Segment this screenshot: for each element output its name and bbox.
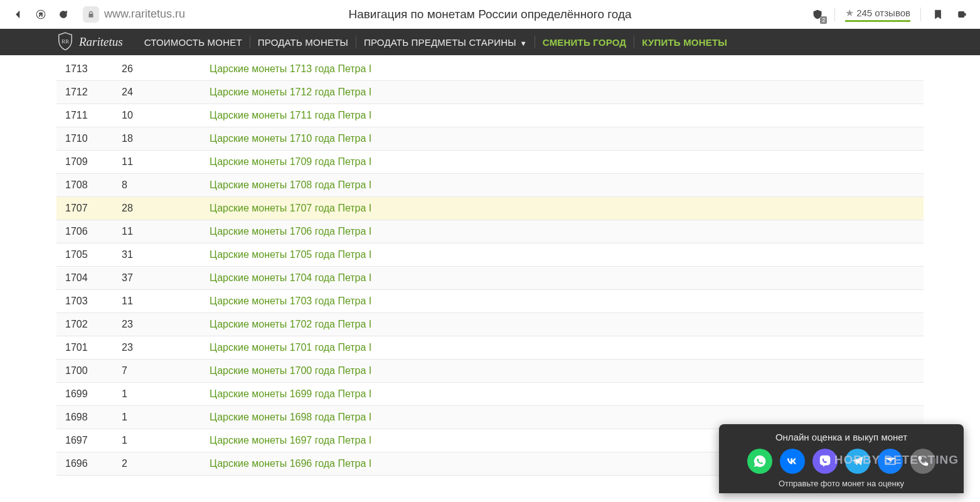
table-row: 170311Царские монеты 1703 года Петра I bbox=[56, 290, 924, 313]
coin-year-link[interactable]: Царские монеты 1702 года Петра I bbox=[210, 319, 371, 329]
reload-icon[interactable] bbox=[56, 8, 70, 21]
year-cell: 1708 bbox=[56, 179, 122, 191]
link-cell: Царские монеты 1710 года Петра I bbox=[210, 133, 924, 144]
count-cell: 24 bbox=[122, 87, 210, 98]
count-cell: 2 bbox=[122, 458, 210, 469]
phone-icon[interactable] bbox=[910, 449, 935, 474]
nav-item[interactable]: ПРОДАТЬ ПРЕДМЕТЫ СТАРИНЫ▼ bbox=[356, 37, 535, 48]
count-cell: 1 bbox=[122, 412, 210, 423]
floating-contact-panel: Онлайн оценка и выкуп монет Отправьте фо… bbox=[719, 424, 964, 476]
nav-item[interactable]: СТОИМОСТЬ МОНЕТ bbox=[137, 37, 250, 48]
chevron-down-icon: ▼ bbox=[520, 40, 527, 47]
table-row: 171224Царские монеты 1712 года Петра I bbox=[56, 81, 924, 104]
coin-year-link[interactable]: Царские монеты 1713 года Петра I bbox=[210, 63, 371, 74]
link-cell: Царские монеты 1701 года Петра I bbox=[210, 342, 924, 353]
coin-year-link[interactable]: Царские монеты 1698 года Петра I bbox=[210, 412, 371, 422]
coin-year-link[interactable]: Царские монеты 1710 года Петра I bbox=[210, 133, 371, 144]
link-cell: Царские монеты 1712 года Петра I bbox=[210, 87, 924, 98]
coin-year-link[interactable]: Царские монеты 1703 года Петра I bbox=[210, 296, 371, 306]
year-cell: 1707 bbox=[56, 203, 122, 214]
count-cell: 7 bbox=[122, 365, 210, 376]
coin-year-link[interactable]: Царские монеты 1696 года Петра I bbox=[210, 458, 371, 469]
table-row: 170123Царские монеты 1701 года Петра I bbox=[56, 336, 924, 360]
link-cell: Царские монеты 1705 года Петра I bbox=[210, 249, 924, 260]
table-row: 171018Царские монеты 1710 года Петра I bbox=[56, 127, 924, 151]
link-cell: Царские монеты 1703 года Петра I bbox=[210, 296, 924, 307]
logo-shield-icon: RR bbox=[56, 32, 74, 52]
year-cell: 1698 bbox=[56, 412, 122, 423]
count-cell: 18 bbox=[122, 133, 210, 144]
shield-icon[interactable]: 2 bbox=[811, 8, 824, 21]
viber-icon[interactable] bbox=[812, 449, 838, 474]
coin-year-link[interactable]: Царские монеты 1701 года Петра I bbox=[210, 342, 371, 353]
coin-year-link[interactable]: Царские монеты 1706 года Петра I bbox=[210, 226, 371, 237]
table-row: 170911Царские монеты 1709 года Петра I bbox=[56, 151, 924, 174]
coin-year-link[interactable]: Царские монеты 1705 года Петра I bbox=[210, 249, 371, 260]
nav-item[interactable]: СМЕНИТЬ ГОРОД bbox=[535, 37, 634, 48]
vk-icon[interactable] bbox=[780, 449, 805, 474]
count-cell: 11 bbox=[122, 156, 210, 168]
count-cell: 23 bbox=[122, 319, 210, 330]
table-row: 170531Царские монеты 1705 года Петра I bbox=[56, 243, 924, 267]
telegram-icon[interactable] bbox=[845, 449, 870, 474]
nav-item[interactable]: ПРОДАТЬ МОНЕТЫ bbox=[250, 37, 356, 48]
year-cell: 1699 bbox=[56, 388, 122, 400]
svg-rect-2 bbox=[959, 11, 964, 17]
main-nav: RR Raritetus СТОИМОСТЬ МОНЕТПРОДАТЬ МОНЕ… bbox=[0, 29, 980, 55]
svg-text:RR: RR bbox=[61, 38, 70, 45]
count-cell: 11 bbox=[122, 226, 210, 237]
year-cell: 1697 bbox=[56, 435, 122, 446]
year-cell: 1710 bbox=[56, 133, 122, 144]
coin-year-link[interactable]: Царские монеты 1704 года Петра I bbox=[210, 272, 371, 283]
coin-year-link[interactable]: Царские монеты 1700 года Петра I bbox=[210, 365, 371, 376]
nav-item[interactable]: КУПИТЬ МОНЕТЫ bbox=[634, 37, 735, 48]
link-cell: Царские монеты 1707 года Петра I bbox=[210, 203, 924, 214]
table-row: 17088Царские монеты 1708 года Петра I bbox=[56, 174, 924, 197]
table-row: 170611Царские монеты 1706 года Петра I bbox=[56, 220, 924, 243]
count-cell: 1 bbox=[122, 435, 210, 446]
table-row: 16991Царские монеты 1699 года Петра I bbox=[56, 383, 924, 406]
link-cell: Царские монеты 1709 года Петра I bbox=[210, 156, 924, 168]
coin-year-link[interactable]: Царские монеты 1697 года Петра I bbox=[210, 435, 371, 446]
back-icon[interactable] bbox=[11, 8, 25, 21]
reviews-link[interactable]: ★ 245 отзывов bbox=[845, 7, 910, 22]
table-row: 171326Царские монеты 1713 года Петра I bbox=[56, 58, 924, 81]
count-cell: 37 bbox=[122, 272, 210, 284]
year-cell: 1702 bbox=[56, 319, 122, 330]
reviews-text: 245 отзывов bbox=[856, 8, 910, 18]
shield-count: 2 bbox=[820, 16, 827, 24]
mail-icon[interactable] bbox=[878, 449, 903, 474]
coin-year-link[interactable]: Царские монеты 1699 года Петра I bbox=[210, 388, 371, 399]
coin-year-link[interactable]: Царские монеты 1709 года Петра I bbox=[210, 156, 371, 167]
logo[interactable]: RR Raritetus bbox=[56, 32, 123, 52]
link-cell: Царские монеты 1708 года Петра I bbox=[210, 179, 924, 191]
table-row: 17007Царские монеты 1700 года Петра I bbox=[56, 360, 924, 383]
coin-year-link[interactable]: Царские монеты 1708 года Петра I bbox=[210, 179, 371, 190]
link-cell: Царские монеты 1704 года Петра I bbox=[210, 272, 924, 284]
count-cell: 26 bbox=[122, 63, 210, 75]
link-cell: Царские монеты 1702 года Петра I bbox=[210, 319, 924, 330]
whatsapp-icon[interactable] bbox=[747, 449, 772, 474]
coin-year-link[interactable]: Царские монеты 1707 года Петра I bbox=[210, 203, 371, 213]
count-cell: 10 bbox=[122, 110, 210, 121]
year-cell: 1704 bbox=[56, 272, 122, 284]
year-cell: 1701 bbox=[56, 342, 122, 353]
year-cell: 1709 bbox=[56, 156, 122, 168]
table-row: 170437Царские монеты 1704 года Петра I bbox=[56, 267, 924, 290]
year-cell: 1711 bbox=[56, 110, 122, 121]
logo-text: Raritetus bbox=[79, 35, 123, 49]
year-cell: 1713 bbox=[56, 63, 122, 75]
yandex-icon[interactable]: Я bbox=[34, 8, 48, 21]
table-row: 170223Царские монеты 1702 года Петра I bbox=[56, 313, 924, 336]
url-box[interactable]: www.raritetus.ru bbox=[83, 6, 185, 23]
coin-year-link[interactable]: Царские монеты 1711 года Петра I bbox=[210, 110, 371, 120]
year-cell: 1700 bbox=[56, 365, 122, 376]
coin-year-link[interactable]: Царские монеты 1712 года Петра I bbox=[210, 87, 371, 97]
extensions-icon[interactable] bbox=[955, 8, 969, 21]
year-cell: 1703 bbox=[56, 296, 122, 307]
svg-text:Я: Я bbox=[39, 12, 43, 18]
lock-icon bbox=[83, 6, 99, 23]
bookmark-icon[interactable] bbox=[931, 8, 945, 21]
year-cell: 1712 bbox=[56, 87, 122, 98]
link-cell: Царские монеты 1698 года Петра I bbox=[210, 412, 924, 423]
